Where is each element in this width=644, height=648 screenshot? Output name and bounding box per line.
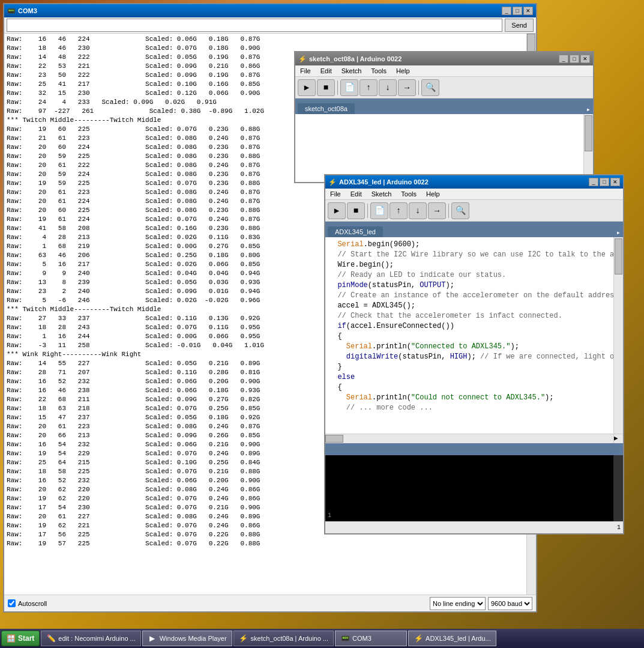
serial-monitor-title: COM3 — [18, 7, 37, 14]
arduino-2-new-button[interactable]: 📄 — [370, 202, 388, 219]
arduino-ide-2-console: 1 — [325, 455, 623, 521]
autoscroll-label: Autoscroll — [18, 600, 47, 607]
serial-monitor-icon: 📟 — [7, 7, 16, 15]
menu-help-2[interactable]: Help — [421, 189, 445, 199]
code-line: pinMode(statusPin, OUTPUT); — [329, 280, 610, 291]
arduino-stop-button[interactable]: ■ — [317, 79, 335, 96]
toolbar-separator-3 — [367, 204, 368, 218]
arduino-ide-1-title: sketch_oct08a | Arduino 0022 — [309, 55, 402, 62]
editor-2-scrollbar-thumb[interactable] — [615, 238, 622, 274]
arduino-ide-2-menubar: File Edit Sketch Tools Help — [325, 189, 623, 200]
arduino-1-close-button[interactable]: ✕ — [580, 55, 590, 63]
taskbar-item-com3[interactable]: 📟 COM3 — [335, 631, 407, 646]
menu-sketch-1[interactable]: Sketch — [337, 66, 367, 76]
serial-input[interactable] — [7, 19, 502, 32]
arduino-2-minimize-button[interactable]: _ — [589, 178, 598, 186]
menu-tools-1[interactable]: Tools — [366, 66, 391, 76]
arduino-ide-1-tabs: sketch_oct08a ▸ — [295, 98, 593, 114]
arduino-ide-1-controls: _ □ ✕ — [559, 55, 590, 63]
menu-help-1[interactable]: Help — [391, 66, 415, 76]
taskbar-edit-necomimi-icon: ✏️ — [46, 634, 56, 643]
console-scrollbar[interactable] — [613, 455, 623, 521]
arduino-ide-1-scrollbar[interactable] — [583, 114, 593, 182]
toolbar-separator-1 — [337, 80, 338, 95]
code-line: { — [329, 383, 610, 393]
autoscroll-container: Autoscroll — [8, 599, 47, 607]
arduino-1-maximize-button[interactable]: □ — [570, 55, 579, 63]
taskbar-sketch-label: sketch_oct08a | Arduino ... — [251, 635, 328, 642]
editor-1-scrollbar-thumb[interactable] — [585, 115, 592, 151]
tab-2-expand-button[interactable]: ▸ — [614, 228, 623, 237]
arduino-ide-2-hscroll[interactable]: ▶ — [325, 434, 623, 443]
arduino-1-minimize-button[interactable]: _ — [559, 55, 568, 63]
start-button[interactable]: 🪟 Start — [1, 631, 40, 646]
menu-edit-1[interactable]: Edit — [316, 66, 337, 76]
line-ending-select[interactable]: No line ending — [430, 597, 486, 610]
arduino-ide-2-scrollbar[interactable] — [613, 237, 623, 434]
arduino-2-serial-button[interactable]: 🔍 — [451, 202, 469, 219]
hscroll-right-btn[interactable]: ▶ — [613, 434, 623, 443]
arduino-save-button[interactable]: ↓ — [379, 79, 397, 96]
arduino-2-close-button[interactable]: ✕ — [610, 178, 620, 186]
arduino-ide-1-code[interactable] — [295, 114, 583, 182]
arduino-ide-2-title: ADXL345_led | Arduino 0022 — [339, 178, 429, 186]
arduino-2-save-button[interactable]: ↓ — [409, 202, 427, 219]
arduino-ide-1-toolbar: ▶ ■ 📄 ↑ ↓ → 🔍 — [295, 77, 593, 98]
code-line: // Start the I2C Wire library so we can … — [329, 250, 610, 260]
menu-edit-2[interactable]: Edit — [346, 189, 367, 199]
maximize-button[interactable]: □ — [513, 7, 522, 15]
menu-file-2[interactable]: File — [325, 189, 346, 199]
code-line: } — [329, 362, 610, 372]
menu-tools-2[interactable]: Tools — [396, 189, 421, 199]
arduino-2-maximize-button[interactable]: □ — [600, 178, 609, 186]
taskbar-item-windows-media-player[interactable]: ▶ Windows Media Player — [142, 631, 232, 646]
taskbar-item-adxl345[interactable]: ⚡ ADXL345_led | Ardu... — [408, 631, 496, 646]
close-button[interactable]: ✕ — [523, 7, 533, 15]
code-line: Serial.begin(9600); — [329, 240, 610, 250]
arduino-ide-2-window: ⚡ ADXL345_led | Arduino 0022 _ □ ✕ File … — [324, 174, 624, 534]
arduino-run-button[interactable]: ▶ — [298, 79, 316, 96]
taskbar-item-edit-necomimi[interactable]: ✏️ edit : Necomimi Arduino ... — [41, 631, 140, 646]
code-line: digitalWrite(statusPin, HIGH); // If we … — [329, 352, 610, 362]
minimize-button[interactable]: _ — [502, 7, 511, 15]
arduino-ide-1-titlebar: ⚡ sketch_oct08a | Arduino 0022 _ □ ✕ — [295, 52, 593, 65]
send-button[interactable]: Send — [505, 19, 534, 32]
arduino-2-open-button[interactable]: ↑ — [390, 202, 408, 219]
arduino-2-run-button[interactable]: ▶ — [328, 202, 346, 219]
code-line: Serial.println("Connected to ADXL345."); — [329, 342, 610, 352]
taskbar-wmp-label: Windows Media Player — [160, 635, 227, 642]
tab-sketch-oct08a[interactable]: sketch_oct08a — [298, 103, 355, 114]
code-line: Wire.begin(); — [329, 260, 610, 270]
arduino-ide-1-window: ⚡ sketch_oct08a | Arduino 0022 _ □ ✕ Fil… — [294, 51, 594, 183]
arduino-2-stop-button[interactable]: ■ — [347, 202, 365, 219]
arduino-ide-2-tabs: ADXL345_led ▸ — [325, 222, 623, 237]
taskbar-com3-label: COM3 — [352, 635, 372, 642]
serial-output-line: Raw: 19 57 225 Scaled: 0.07G 0.22G 0.88G — [7, 539, 534, 548]
arduino-ide-1-icon: ⚡ — [298, 55, 307, 63]
arduino-ide-1-menubar: File Edit Sketch Tools Help — [295, 65, 593, 77]
arduino-upload-button[interactable]: → — [398, 79, 416, 96]
arduino-ide-2-code[interactable]: Serial.begin(9600); // Start the I2C Wir… — [325, 237, 613, 434]
menu-file-1[interactable]: File — [295, 66, 316, 76]
serial-scrollbar-thumb[interactable] — [527, 34, 535, 52]
arduino-2-upload-button[interactable]: → — [428, 202, 446, 219]
autoscroll-checkbox[interactable] — [8, 599, 16, 607]
arduino-ide-2-titlebar: ⚡ ADXL345_led | Arduino 0022 _ □ ✕ — [325, 175, 623, 189]
window-controls: _ □ ✕ — [502, 7, 533, 15]
tab-expand-button[interactable]: ▸ — [584, 105, 593, 114]
serial-bottom-bar: Autoscroll No line ending 9600 baud — [4, 595, 536, 611]
tab-adxl345-label: ADXL345_led — [335, 228, 376, 235]
arduino-open-button[interactable]: ↑ — [360, 79, 378, 96]
code-line: { — [329, 332, 610, 342]
code-line: // ... more code ... — [329, 403, 610, 413]
taskbar-item-sketch-oct08a[interactable]: ⚡ sketch_oct08a | Arduino ... — [233, 631, 334, 646]
arduino-new-button[interactable]: 📄 — [340, 79, 358, 96]
serial-monitor-titlebar: 📟 COM3 _ □ ✕ — [4, 4, 536, 17]
arduino-serial-button[interactable]: 🔍 — [421, 79, 439, 96]
tab-adxl345-led[interactable]: ADXL345_led — [328, 226, 383, 237]
menu-sketch-2[interactable]: Sketch — [367, 189, 397, 199]
toolbar-separator-2 — [418, 80, 419, 95]
code-line: // Ready an LED to indicate our status. — [329, 270, 610, 280]
baud-rate-select[interactable]: 9600 baud — [488, 597, 532, 610]
taskbar-wmp-icon: ▶ — [148, 634, 157, 643]
